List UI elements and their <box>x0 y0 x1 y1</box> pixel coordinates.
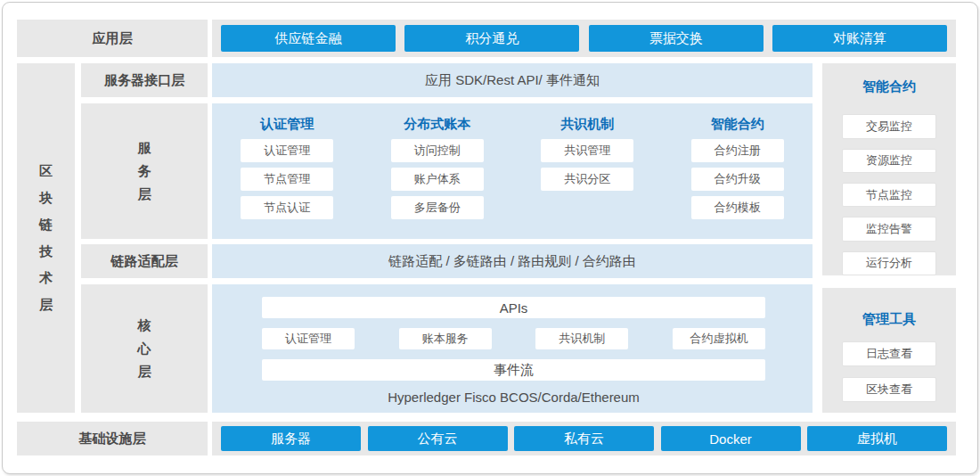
service-item: 多层备份 <box>391 196 484 219</box>
core-modules-row: 认证管理 账本服务 共识机制 合约虚拟机 <box>262 328 765 349</box>
infra-button-server: 服务器 <box>221 426 361 451</box>
service-item: 合约升级 <box>691 168 784 191</box>
infra-layer-label: 基础设施层 <box>17 422 208 455</box>
service-column-header: 分布式账本 <box>404 116 470 134</box>
app-layer-strip: 供应链金融 积分通兑 票据交换 对账清算 <box>212 20 956 57</box>
interface-layer-label-text: 服务器接口层 <box>104 72 184 89</box>
app-layer-label-text: 应用层 <box>93 30 133 47</box>
monitor-item: 节点监控 <box>842 183 936 207</box>
service-column-contract: 智能合约 合约注册 合约升级 合约模板 <box>663 103 813 239</box>
tools-item: 日志查看 <box>842 341 936 366</box>
service-item: 账户体系 <box>391 168 484 191</box>
service-layer-label-text: 服务层 <box>137 136 151 206</box>
core-layer-label: 核心层 <box>81 284 208 413</box>
infra-button-private-cloud: 私有云 <box>514 426 654 451</box>
service-column-ledger: 分布式账本 访问控制 账户体系 多层备份 <box>363 103 513 239</box>
monitor-item: 资源监控 <box>842 149 936 173</box>
interface-layer-content: 应用 SDK/Rest API/ 事件通知 <box>425 72 600 89</box>
core-module: 账本服务 <box>399 328 492 349</box>
event-stream-bar: 事件流 <box>262 359 765 381</box>
app-button-points-exchange: 积分通兑 <box>404 25 579 52</box>
service-item: 认证管理 <box>241 139 333 162</box>
infra-layer-label-text: 基础设施层 <box>79 431 146 447</box>
service-column-auth: 认证管理 认证管理 节点管理 节点认证 <box>212 103 363 239</box>
service-item: 节点认证 <box>241 196 333 219</box>
tools-panel-header: 管理工具 <box>862 311 916 331</box>
service-layer-panel: 认证管理 认证管理 节点管理 节点认证 分布式账本 访问控制 账户体系 多层备份… <box>212 103 813 239</box>
blockchain-tech-layer-text: 区块链技术层 <box>39 158 53 318</box>
service-column-header: 认证管理 <box>260 116 314 134</box>
core-layer-label-text: 核心层 <box>137 314 151 383</box>
service-item: 节点管理 <box>241 168 333 191</box>
core-module: 合约虚拟机 <box>673 328 765 349</box>
service-item: 访问控制 <box>391 139 484 162</box>
link-layer-content: 链路适配 / 多链路由 / 路由规则 / 合约路由 <box>388 253 636 270</box>
monitor-item: 交易监控 <box>842 114 936 138</box>
app-button-reconciliation: 对账清算 <box>772 25 947 52</box>
link-layer-panel: 链路适配 / 多链路由 / 路由规则 / 合约路由 <box>212 244 813 278</box>
link-layer-label: 链路适配层 <box>81 244 208 278</box>
apis-bar: APIs <box>262 297 765 318</box>
blockchain-tech-layer-label: 区块链技术层 <box>17 63 75 413</box>
core-module: 共识机制 <box>535 328 628 349</box>
service-column-header: 共识机制 <box>560 116 614 134</box>
app-button-supply-chain-finance: 供应链金融 <box>221 25 396 52</box>
core-module: 认证管理 <box>262 328 355 349</box>
infra-layer-strip: 服务器 公有云 私有云 Docker 虚拟机 <box>212 422 956 455</box>
service-item: 合约注册 <box>691 139 784 162</box>
app-layer-label: 应用层 <box>17 20 208 57</box>
infra-button-vm: 虚拟机 <box>807 426 947 451</box>
app-button-bill-exchange: 票据交换 <box>589 25 764 52</box>
service-column-consensus: 共识机制 共识管理 共识分区 <box>512 103 663 239</box>
service-item: 共识管理 <box>541 139 633 162</box>
monitor-item: 运行分析 <box>842 251 936 275</box>
platforms-text: Hyperledger Fisco BCOS/Corda/Ethereum <box>262 390 765 405</box>
infra-button-docker: Docker <box>661 426 801 451</box>
link-layer-label-text: 链路适配层 <box>111 253 178 270</box>
monitor-panel-header: 智能合约 <box>862 78 916 97</box>
monitor-item: 监控告警 <box>842 217 936 241</box>
service-column-header: 智能合约 <box>711 116 764 134</box>
infra-button-public-cloud: 公有云 <box>368 426 508 451</box>
monitor-panel: 智能合约 交易监控 资源监控 节点监控 监控告警 运行分析 <box>822 63 956 275</box>
core-layer-panel: APIs 认证管理 账本服务 共识机制 合约虚拟机 事件流 Hyperledge… <box>212 284 813 413</box>
tools-item: 区块查看 <box>842 377 936 402</box>
service-item: 合约模板 <box>691 196 784 219</box>
service-layer-label: 服务层 <box>81 103 208 239</box>
tools-panel: 管理工具 日志查看 区块查看 <box>822 288 956 413</box>
interface-layer-panel: 应用 SDK/Rest API/ 事件通知 <box>212 63 813 97</box>
interface-layer-label: 服务器接口层 <box>81 63 208 97</box>
blockchain-architecture-diagram: 应用层 供应链金融 积分通兑 票据交换 对账清算 区块链技术层 服务器接口层 应… <box>2 2 978 474</box>
service-item: 共识分区 <box>541 168 633 191</box>
